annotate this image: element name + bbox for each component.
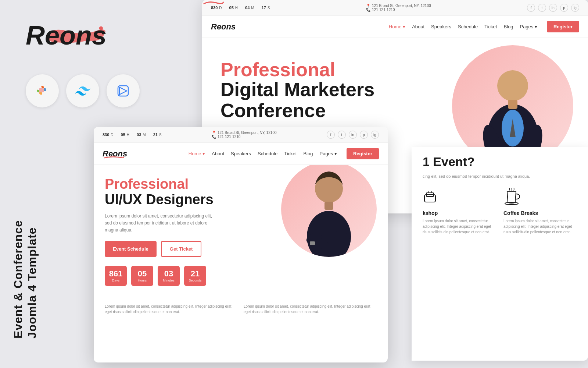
- front-person-circle: [281, 165, 377, 257]
- front-nav-about[interactable]: About: [212, 151, 224, 156]
- svg-rect-3: [39, 88, 44, 92]
- play-icon: [114, 81, 133, 100]
- countdown-box-hours: 05 Hours: [131, 266, 153, 286]
- instagram-icon[interactable]: ig: [571, 4, 579, 12]
- back-countdown-seconds: 17 S: [262, 6, 270, 10]
- front-social-icons: f t in p ig: [327, 131, 379, 139]
- front-nav-blog[interactable]: Blog: [303, 151, 313, 156]
- right-overlay: 1 Event? cing elit, sed do eiusmod tempo…: [412, 147, 588, 361]
- nav-schedule[interactable]: Schedule: [458, 24, 478, 29]
- front-card-bottom: Lorem ipsum dolor sit amet, consectetur …: [94, 298, 388, 321]
- front-person-silhouette: [285, 165, 373, 257]
- tailwind-icon-circle: [66, 74, 99, 107]
- nav-ticket[interactable]: Ticket: [484, 24, 497, 29]
- pinterest-icon[interactable]: p: [560, 4, 568, 12]
- countdown-box-minutes: 03 Minutes: [158, 266, 180, 286]
- joomla-icon: [33, 81, 52, 100]
- cms-icons-row: [26, 74, 140, 107]
- logo-area: Reons: [26, 22, 107, 49]
- back-nav-links: Home ▾ About Speakers Schedule Ticket Bl…: [389, 21, 579, 32]
- play-icon-circle: [107, 74, 140, 107]
- countdown-boxes: 861 Days 05 Hours 03 Minutes 21 Seconds: [105, 266, 377, 286]
- coffee-title: Coffee Breaks: [503, 210, 577, 216]
- workshop-text: Lorem ipsum dolor sit amet, consectetur …: [423, 218, 496, 235]
- svg-rect-11: [508, 100, 517, 109]
- countdown-box-seconds: 21 Seconds: [184, 266, 206, 286]
- facebook-icon[interactable]: f: [527, 4, 535, 12]
- back-countdown-days: 830 D: [211, 6, 222, 10]
- front-pinterest-icon[interactable]: p: [360, 131, 368, 139]
- front-nav-pages[interactable]: Pages ▾: [319, 151, 337, 156]
- back-nav-logo: Reons: [211, 22, 236, 32]
- front-nav-ticket[interactable]: Ticket: [284, 151, 297, 156]
- event-schedule-button[interactable]: Event Schedule: [105, 241, 157, 257]
- back-topbar-countdown: 830 D 05 H 04 M 17 S: [211, 6, 270, 10]
- workshop-icon: [423, 187, 441, 206]
- front-nav-home[interactable]: Home ▾: [189, 151, 205, 156]
- front-topbar-countdown: 830 D 05 H 03 M 21 S: [103, 132, 162, 137]
- vertical-label: Event & Conference Joomla 4 Template: [11, 220, 39, 339]
- front-bottom-col2: Lorem ipsum dolor sit amet, consectetur …: [244, 304, 377, 315]
- back-card-nav: Reons Home ▾ About Speakers Schedule Tic…: [202, 16, 588, 38]
- front-card-topbar: 830 D 05 H 03 M 21 S 📍 121 Broad St, Gre…: [94, 127, 388, 143]
- front-countdown-days: 830 D: [103, 132, 114, 137]
- event-description: cing elit, sed do eiusmod tempor incidid…: [423, 173, 577, 180]
- front-nav-logo: Reons: [103, 149, 127, 159]
- back-countdown-minutes: 04 M: [245, 6, 254, 10]
- countdown-box-days: 861 Days: [105, 266, 127, 286]
- back-topbar-address: 📍 121 Broad St, Greenport, NY, 12100 📞 1…: [366, 4, 431, 12]
- tailwind-icon: [73, 81, 92, 100]
- get-ticket-button[interactable]: Get Ticket: [161, 241, 202, 257]
- front-countdown-seconds: 21 S: [153, 132, 162, 137]
- bottom-items-row: kshop Lorem ipsum dolor sit amet, consec…: [423, 187, 577, 235]
- back-card-topbar: 830 D 05 H 04 M 17 S 📍 121 Broad St, Gre…: [202, 0, 588, 16]
- workshop-title: kshop: [423, 210, 496, 216]
- svg-rect-20: [310, 241, 315, 245]
- brand-logo-text: Reons: [26, 21, 107, 50]
- svg-point-4: [73, 81, 92, 100]
- back-social-icons: f t in p ig: [527, 4, 579, 12]
- front-instagram-icon[interactable]: ig: [371, 131, 379, 139]
- front-bottom-col1: Lorem ipsum dolor sit amet, consectetur …: [105, 304, 238, 315]
- svg-rect-15: [325, 202, 333, 210]
- joomla-icon-circle: [26, 74, 59, 107]
- front-countdown-hours: 05 H: [121, 132, 129, 137]
- front-linkedin-icon[interactable]: in: [349, 131, 357, 139]
- svg-point-7: [497, 70, 528, 101]
- front-register-button[interactable]: Register: [347, 148, 379, 159]
- front-card: 830 D 05 H 03 M 21 S 📍 121 Broad St, Gre…: [94, 127, 388, 362]
- front-nav-links: Home ▾ About Speakers Schedule Ticket Bl…: [189, 148, 379, 159]
- nav-about[interactable]: About: [412, 24, 424, 29]
- nav-speakers[interactable]: Speakers: [431, 24, 451, 29]
- nav-blog[interactable]: Blog: [503, 24, 513, 29]
- event-section-title: 1 Event?: [423, 155, 577, 169]
- front-card-nav: Reons Home ▾ About Speakers Schedule Tic…: [94, 143, 388, 165]
- svg-point-5: [114, 81, 133, 100]
- front-logo-splat: [103, 156, 125, 160]
- back-register-button[interactable]: Register: [547, 21, 579, 32]
- front-hero-description: Lorem ipsum dolor sit amet, consectetur …: [105, 213, 215, 234]
- front-card-hero: Professional UI/UX Designers Lorem ipsum…: [94, 165, 388, 298]
- front-countdown-minutes: 03 M: [137, 132, 146, 137]
- twitter-icon[interactable]: t: [538, 4, 546, 12]
- front-topbar-address: 📍 121 Broad St, Greenport, NY, 12100 📞 1…: [212, 131, 276, 139]
- linkedin-icon[interactable]: in: [549, 4, 557, 12]
- back-countdown-hours: 05 H: [229, 6, 238, 10]
- workshop-item: kshop Lorem ipsum dolor sit amet, consec…: [423, 187, 496, 235]
- coffee-text: Lorem ipsum dolor sit amet, consectetur …: [503, 218, 577, 235]
- coffee-item: Coffee Breaks Lorem ipsum dolor sit amet…: [503, 187, 577, 235]
- coffee-icon: [503, 187, 522, 206]
- front-twitter-icon[interactable]: t: [338, 131, 346, 139]
- front-nav-speakers[interactable]: Speakers: [231, 151, 251, 156]
- front-nav-schedule[interactable]: Schedule: [258, 151, 277, 156]
- front-facebook-icon[interactable]: f: [327, 131, 335, 139]
- logo-wrapper: Reons: [18, 15, 107, 49]
- nav-pages[interactable]: Pages ▾: [520, 24, 537, 29]
- nav-home[interactable]: Home ▾: [389, 24, 405, 29]
